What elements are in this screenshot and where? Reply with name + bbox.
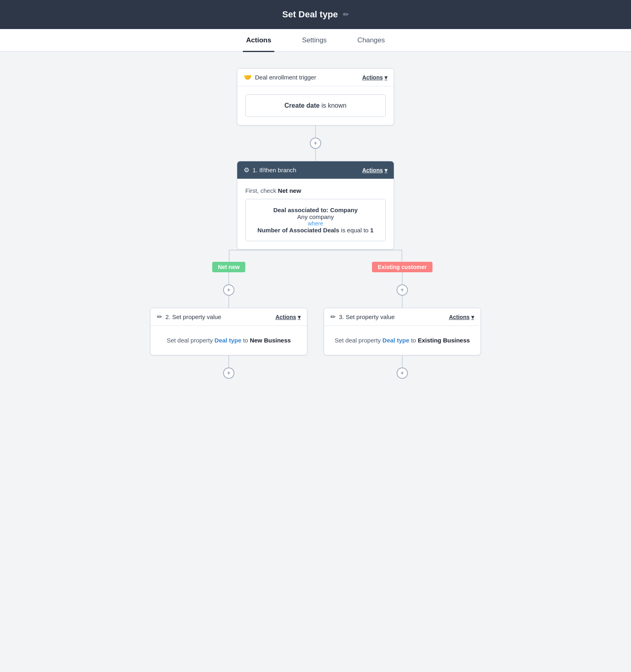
- set-prop-label-right: 3. Set property value: [339, 313, 395, 320]
- left-connector-top: +: [150, 272, 307, 308]
- deal-type-link-left: Deal type: [215, 337, 242, 344]
- condition-bold: Create date: [284, 102, 320, 109]
- set-prop-header-left: ✏ 2. Set property value Actions ▾: [150, 308, 307, 326]
- tab-settings[interactable]: Settings: [299, 29, 330, 52]
- left-branch-col: ✏ 2. Set property value Actions ▾ Set de…: [150, 308, 307, 355]
- set-prop-card-left: ✏ 2. Set property value Actions ▾ Set de…: [150, 308, 307, 355]
- any-company-text: Any company: [254, 213, 377, 220]
- trigger-actions-button[interactable]: Actions ▾: [362, 74, 387, 81]
- set-prop-chevron-right: ▾: [471, 314, 474, 320]
- workflow-canvas: 🤝 Deal enrollment trigger Actions ▾ Crea…: [0, 52, 631, 657]
- branch-card: ⚙ 1. If/then branch Actions ▾ First, che…: [237, 161, 394, 250]
- left-connector: +: [223, 272, 234, 308]
- set-prop-actions-left[interactable]: Actions ▾: [276, 314, 301, 320]
- tab-actions[interactable]: Actions: [243, 29, 274, 52]
- set-prop-chevron-left: ▾: [298, 314, 301, 320]
- trigger-label: Deal enrollment trigger: [255, 74, 316, 81]
- net-new-tag: Net new: [212, 262, 245, 272]
- branch-connectors-top: + +: [150, 272, 481, 308]
- branch-col-left: Net new: [150, 262, 307, 272]
- connector-1: +: [310, 125, 321, 161]
- right-connector-top: +: [324, 272, 481, 308]
- deal-val-left: New Business: [250, 337, 291, 344]
- branch-tags-row: Net new Existing customer: [150, 262, 481, 272]
- deal-type-link-right: Deal type: [382, 337, 410, 344]
- connector-line-1: [315, 125, 316, 138]
- trigger-card-body: Create date is known: [237, 86, 394, 125]
- condition-rest: is known: [320, 102, 347, 109]
- connector-line-1b: [315, 149, 316, 161]
- set-prop-icon-right: ✏: [330, 313, 336, 321]
- branch-actions-button[interactable]: Actions ▾: [362, 167, 387, 173]
- trigger-actions-chevron: ▾: [384, 74, 387, 81]
- branch-card-header: ⚙ 1. If/then branch Actions ▾: [237, 161, 394, 179]
- bottom-left-connector: +: [150, 355, 307, 379]
- branch-check-label: First, check Net new: [245, 187, 386, 194]
- branch-actions-chevron: ▾: [384, 167, 387, 173]
- v-line-right: [401, 250, 402, 262]
- set-prop-actions-right[interactable]: Actions ▾: [449, 314, 474, 320]
- bottom-connectors: + +: [150, 355, 481, 379]
- tab-bar: Actions Settings Changes: [0, 29, 631, 52]
- deal-assoc-text: Deal associated to: Company: [254, 207, 377, 213]
- tab-changes[interactable]: Changes: [354, 29, 388, 52]
- add-step-left[interactable]: +: [223, 284, 234, 296]
- deal-val-right: Existing Business: [418, 337, 470, 344]
- trigger-condition-box[interactable]: Create date is known: [245, 94, 386, 117]
- trigger-card: 🤝 Deal enrollment trigger Actions ▾ Crea…: [237, 68, 394, 125]
- existing-customer-tag: Existing customer: [372, 262, 432, 272]
- num-assoc-text: Number of Associated Deals is equal to 1: [254, 227, 377, 234]
- trigger-card-header: 🤝 Deal enrollment trigger Actions ▾: [237, 69, 394, 86]
- right-connector: +: [397, 272, 408, 308]
- set-prop-header-right: ✏ 3. Set property value Actions ▾: [324, 308, 481, 326]
- app-header: Set Deal type ✏: [0, 0, 631, 29]
- add-bottom-right[interactable]: +: [397, 367, 408, 379]
- branch-cards-row: ✏ 2. Set property value Actions ▾ Set de…: [150, 308, 481, 355]
- set-prop-icon-left: ✏: [157, 313, 162, 321]
- add-step-right[interactable]: +: [397, 284, 408, 296]
- branch-icon: ⚙: [244, 166, 249, 174]
- page-title: Set Deal type: [282, 9, 338, 20]
- bottom-right-connector: +: [324, 355, 481, 379]
- branch-col-right: Existing customer: [324, 262, 481, 272]
- set-prop-body-left: Set deal property Deal type to New Busin…: [150, 326, 307, 355]
- right-branch-col: ✏ 3. Set property value Actions ▾ Set de…: [324, 308, 481, 355]
- v-line-left: [229, 250, 230, 262]
- add-step-button-1[interactable]: +: [310, 138, 321, 149]
- branch-label: 1. If/then branch: [253, 167, 296, 173]
- branch-split-lines: [150, 250, 481, 262]
- set-prop-body-right: Set deal property Deal type to Existing …: [324, 326, 481, 355]
- branch-card-body: First, check Net new Deal associated to:…: [237, 179, 394, 249]
- horizontal-line: [229, 250, 402, 250]
- branch-condition-box[interactable]: Deal associated to: Company Any company …: [245, 199, 386, 241]
- set-prop-card-right: ✏ 3. Set property value Actions ▾ Set de…: [324, 308, 481, 355]
- edit-icon[interactable]: ✏: [343, 10, 349, 19]
- where-text: where: [254, 220, 377, 227]
- trigger-icon: 🤝: [244, 73, 252, 81]
- add-bottom-left[interactable]: +: [223, 367, 234, 379]
- set-prop-label-left: 2. Set property value: [165, 313, 221, 320]
